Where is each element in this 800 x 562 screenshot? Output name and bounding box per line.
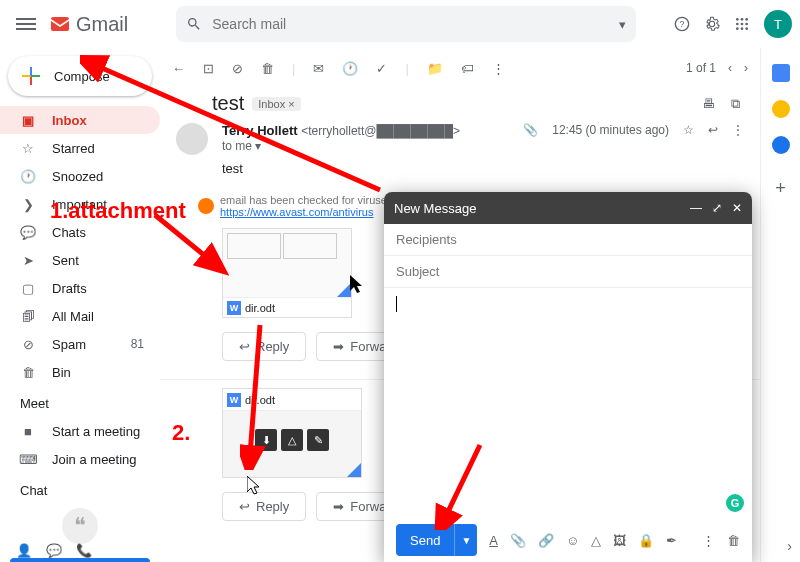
- sender-row: Terry Hollett <terryhollett@█████████> t…: [160, 123, 760, 155]
- sidebar-item-bin[interactable]: 🗑Bin: [0, 358, 160, 386]
- settings-icon[interactable]: [704, 16, 720, 32]
- fullscreen-icon[interactable]: ⤢: [712, 201, 722, 215]
- join-meeting[interactable]: ⌨Join a meeting: [0, 445, 160, 473]
- mark-unread-icon[interactable]: ✉: [313, 61, 324, 76]
- move-icon[interactable]: 📁: [427, 61, 443, 76]
- label-icon[interactable]: 🏷: [461, 61, 474, 76]
- star-icon: ☆: [20, 141, 36, 156]
- help-icon[interactable]: ?: [674, 16, 690, 32]
- sender-email: <terryhollett@█████████>: [301, 124, 460, 138]
- sidebar-item-important[interactable]: ❯Important: [0, 190, 160, 218]
- add-task-icon[interactable]: ✓: [376, 61, 387, 76]
- sidebar-item-chats[interactable]: 💬Chats: [0, 218, 160, 246]
- reply-icon[interactable]: ↩: [708, 123, 718, 137]
- save-drive-button[interactable]: △: [281, 429, 303, 451]
- search-dropdown-icon[interactable]: ▾: [619, 17, 626, 32]
- inbox-chip[interactable]: Inbox ×: [252, 97, 300, 111]
- confidential-icon[interactable]: 🔒: [638, 533, 654, 548]
- compose-button[interactable]: Compose: [8, 56, 152, 96]
- sidebar-item-sent[interactable]: ➤Sent: [0, 246, 160, 274]
- archive-icon[interactable]: ⊡: [203, 61, 214, 76]
- compose-window: New Message — ⤢ ✕ Recipients Subject Sen…: [384, 192, 752, 562]
- sidebar-item-allmail[interactable]: 🗐All Mail: [0, 302, 160, 330]
- sidebar-item-snoozed[interactable]: 🕐Snoozed: [0, 162, 160, 190]
- pen-icon[interactable]: ✒: [666, 533, 677, 548]
- delete-icon[interactable]: 🗑: [261, 61, 274, 76]
- report-spam-icon[interactable]: ⊘: [232, 61, 243, 76]
- svg-point-4: [745, 18, 748, 21]
- to-line[interactable]: to me ▾: [222, 139, 261, 153]
- prev-icon[interactable]: ‹: [728, 61, 732, 75]
- attach-file-icon[interactable]: 📎: [510, 533, 526, 548]
- formatting-icon[interactable]: A: [489, 533, 498, 548]
- next-icon[interactable]: ›: [744, 61, 748, 75]
- apps-icon[interactable]: [734, 16, 750, 32]
- sidebar-item-inbox[interactable]: ▣Inbox: [0, 106, 160, 134]
- inbox-icon: ▣: [20, 113, 36, 128]
- doc-icon: W: [227, 301, 241, 315]
- header: Gmail ▾ ? T: [0, 0, 800, 48]
- compose-toolbar: Send▼ A 📎 🔗 ☺ △ 🖼 🔒 ✒ ⋮ 🗑: [384, 518, 752, 562]
- calendar-icon[interactable]: [772, 64, 790, 82]
- plus-icon: [20, 65, 42, 87]
- snooze-icon[interactable]: 🕐: [342, 61, 358, 76]
- svg-point-10: [745, 27, 748, 30]
- gmail-logo[interactable]: Gmail: [48, 12, 128, 36]
- attachment-indicator-icon: 📎: [523, 123, 538, 137]
- signin-button[interactable]: Sign in: [10, 558, 150, 562]
- edit-attachment-button[interactable]: ✎: [307, 429, 329, 451]
- keep-icon[interactable]: [772, 100, 790, 118]
- subject-row: test Inbox × 🖶 ⧉: [160, 88, 760, 123]
- bin-icon: 🗑: [20, 365, 36, 380]
- message-counter: 1 of 1: [686, 61, 716, 75]
- compose-more-icon[interactable]: ⋮: [702, 533, 715, 548]
- phone-icon[interactable]: 📞: [76, 543, 92, 558]
- attachment-preview-1[interactable]: Wdir.odt: [222, 228, 352, 318]
- svg-text:?: ?: [680, 19, 685, 29]
- drive-icon[interactable]: △: [591, 533, 601, 548]
- search-input[interactable]: [212, 16, 609, 32]
- discard-icon[interactable]: 🗑: [727, 533, 740, 548]
- reply-button[interactable]: ↩ Reply: [222, 332, 306, 361]
- collapse-sidepanel-icon[interactable]: ›: [787, 538, 792, 554]
- popout-icon[interactable]: ⧉: [731, 96, 740, 112]
- recipients-field[interactable]: Recipients: [384, 224, 752, 256]
- print-icon[interactable]: 🖶: [702, 96, 715, 112]
- hangouts-chat-icon[interactable]: 💬: [46, 543, 62, 558]
- tasks-icon[interactable]: [772, 136, 790, 154]
- email-more-icon[interactable]: ⋮: [732, 123, 744, 137]
- back-icon[interactable]: ←: [172, 61, 185, 76]
- spam-icon: ⊘: [20, 337, 36, 352]
- email-time: 12:45 (0 minutes ago): [552, 123, 669, 137]
- addons-plus-icon[interactable]: +: [775, 178, 786, 199]
- compose-header[interactable]: New Message — ⤢ ✕: [384, 192, 752, 224]
- avast-link[interactable]: https://www.avast.com/antivirus: [220, 206, 373, 218]
- search-bar[interactable]: ▾: [176, 6, 636, 42]
- person-icon[interactable]: 👤: [16, 543, 32, 558]
- svg-point-6: [741, 23, 744, 26]
- attachment-preview-2[interactable]: Wdir.odt ⬇ △ ✎: [222, 388, 362, 478]
- important-icon: ❯: [20, 197, 36, 212]
- close-icon[interactable]: ✕: [732, 201, 742, 215]
- search-icon: [186, 16, 202, 32]
- grammarly-icon[interactable]: G: [726, 494, 744, 512]
- email-subject: test: [212, 92, 244, 115]
- account-avatar[interactable]: T: [764, 10, 792, 38]
- more-icon[interactable]: ⋮: [492, 61, 505, 76]
- sidebar-item-drafts[interactable]: ▢Drafts: [0, 274, 160, 302]
- compose-body[interactable]: [384, 288, 752, 518]
- emoji-icon[interactable]: ☺: [566, 533, 579, 548]
- sidebar-item-spam[interactable]: ⊘Spam81: [0, 330, 160, 358]
- send-dropdown[interactable]: ▼: [454, 524, 477, 556]
- download-attachment-button[interactable]: ⬇: [255, 429, 277, 451]
- subject-field[interactable]: Subject: [384, 256, 752, 288]
- reply-button-2[interactable]: ↩ Reply: [222, 492, 306, 521]
- star-toggle[interactable]: ☆: [683, 123, 694, 137]
- sidebar-item-starred[interactable]: ☆Starred: [0, 134, 160, 162]
- hamburger-menu[interactable]: [16, 18, 36, 30]
- photo-icon[interactable]: 🖼: [613, 533, 626, 548]
- insert-link-icon[interactable]: 🔗: [538, 533, 554, 548]
- minimize-icon[interactable]: —: [690, 201, 702, 215]
- start-meeting[interactable]: ■Start a meeting: [0, 417, 160, 445]
- send-button[interactable]: Send▼: [396, 524, 477, 556]
